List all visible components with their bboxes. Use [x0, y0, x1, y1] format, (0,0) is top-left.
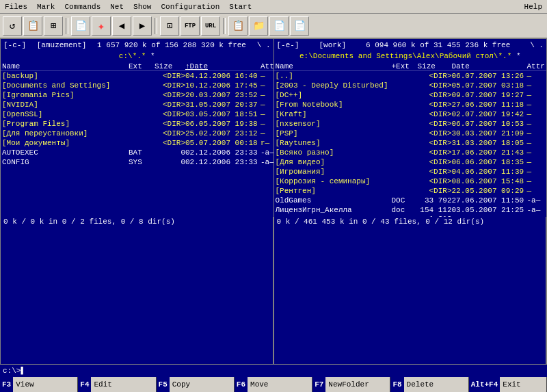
file-date: 09.07.2007 19:27 [452, 91, 527, 99]
fkey-F5[interactable]: F5Copy [157, 377, 235, 392]
file-name: [Program Files] [2, 120, 129, 128]
fkey-num-label: F3 [0, 377, 13, 392]
list-item[interactable]: [OpenSSL]<DIR>03.05.2007 18:51— [1, 109, 274, 119]
list-item[interactable]: [Igromania Pics]<DIR>20.03.2007 23:52— [1, 90, 274, 100]
fkey-F8[interactable]: F8Delete [390, 377, 468, 392]
menu-commands[interactable]: Commands [62, 2, 103, 12]
list-item[interactable]: [..]<DIR>06.07.2007 13:26— [274, 71, 547, 81]
left-work-label: [amuzement] [37, 41, 87, 49]
file-name: [Игромания] [276, 168, 392, 176]
right-file-list[interactable]: [..]<DIR>06.07.2007 13:26—[2003 - Deeply… [274, 71, 547, 217]
toolbar-url[interactable]: URL [201, 16, 220, 36]
list-item[interactable]: [Мои документы]<DIR>05.07.2007 00:18r— [1, 138, 274, 148]
file-ext: doc [392, 206, 418, 214]
file-size: <DIR> [418, 187, 452, 195]
file-date: 05.07.2007 00:18 [185, 139, 261, 147]
file-date: 04.12.2006 16:40 [185, 72, 261, 80]
file-attr: — [261, 110, 274, 118]
fkey-F6[interactable]: F6Move [235, 377, 312, 392]
toolbar-btn-13[interactable]: 📄 [290, 16, 309, 36]
fkey-num-label: F8 [390, 377, 403, 392]
list-item[interactable]: [Игромания]<DIR>04.06.2007 11:39— [274, 167, 547, 177]
left-col-name: Name [2, 62, 129, 70]
menu-start[interactable]: Start [227, 2, 254, 12]
file-date: 02.12.2006 23:33 [185, 158, 261, 166]
file-size: <DIR> [418, 168, 452, 176]
file-size: <DIR> [155, 120, 185, 128]
file-attr: — [527, 168, 547, 176]
fkey-F3[interactable]: F3View [0, 377, 78, 392]
list-item[interactable]: [Raytunes]<DIR>31.03.2007 18:05— [274, 138, 547, 148]
list-item[interactable]: [Для переустановки]<DIR>25.02.2007 23:12… [1, 129, 274, 138]
menu-mark[interactable]: Mark [35, 2, 57, 12]
file-size: <DIR> [418, 81, 452, 90]
fkey-F4[interactable]: F4Edit [78, 377, 156, 392]
list-item[interactable]: CONFIGSYS002.12.2006 23:33-a— [1, 157, 274, 167]
menu-net[interactable]: Net [108, 2, 126, 12]
fkey-num-label: F7 [312, 377, 325, 392]
toolbar-grid2[interactable]: ⊡ [160, 16, 179, 36]
left-file-list[interactable]: [backup]<DIR>04.12.2006 16:40—[Documents… [1, 71, 274, 217]
file-date: 27.06.2007 11:50 [452, 196, 527, 205]
left-root-btn[interactable]: \ . [257, 41, 271, 49]
toolbar-btn-10[interactable]: 📋 [228, 16, 248, 36]
toolbar-btn-4[interactable]: 📄 [71, 16, 90, 36]
left-panel-path[interactable]: c:\*.* * [1, 51, 274, 62]
file-size: <DIR> [155, 91, 185, 99]
list-item[interactable]: [Documents and Settings]<DIR>10.12.2006 … [1, 81, 274, 90]
list-item[interactable]: [Kraft]<DIR>02.07.2007 19:42— [274, 109, 547, 119]
left-col-date: ↑Date [185, 62, 261, 70]
fkey-AltF4[interactable]: Alt+F4Exit [469, 377, 547, 392]
file-date: 27.06.2007 11:18 [452, 101, 527, 109]
toolbar-back[interactable]: ◀ [112, 16, 131, 36]
list-item[interactable]: [Коррозия - семинары]<DIR>08.06.2007 15:… [274, 177, 547, 186]
fkey-action-label: Copy [170, 377, 234, 392]
menu-show[interactable]: Show [131, 2, 153, 12]
file-name: [DC++] [276, 91, 392, 99]
list-item[interactable]: [nxsensor]<DIR>06.07.2007 10:53— [274, 119, 547, 129]
toolbar-forward[interactable]: ▶ [133, 16, 152, 36]
file-attr: — [261, 101, 274, 109]
toolbar-btn-5[interactable]: ✦ [92, 16, 111, 36]
file-size: 154 112 [418, 206, 452, 214]
list-item[interactable]: [2003 - Deeply Disturbed]<DIR>05.07.2007… [274, 81, 547, 90]
right-col-ext: +Ext [392, 62, 418, 70]
list-item[interactable]: [PSP]<DIR>30.03.2007 21:09— [274, 129, 547, 138]
list-item[interactable]: [Program Files]<DIR>06.05.2007 19:38— [1, 119, 274, 129]
file-name: [Igromania Pics] [2, 91, 129, 99]
list-item[interactable]: [DC++]<DIR>09.07.2007 19:27— [274, 90, 547, 100]
menu-files[interactable]: Files [3, 2, 29, 12]
list-item[interactable]: [From Notebook]<DIR>27.06.2007 11:18— [274, 100, 547, 109]
toolbar-btn-12[interactable]: 📄 [269, 16, 289, 36]
list-item[interactable]: OldGamesDOC33 79227.06.2007 11:50-a— [274, 196, 547, 205]
right-root-btn[interactable]: \ . [530, 41, 544, 49]
right-panel-path[interactable]: e:\Documents and Settings\Alex\Рабочий с… [274, 51, 547, 62]
fkey-action-label: Move [248, 377, 312, 392]
list-item[interactable]: [Рентген]<DIR>22.05.2007 09:29— [274, 186, 547, 196]
right-drive-label[interactable]: [-e-] [277, 41, 299, 49]
fkey-F7[interactable]: F7NewFolder [312, 377, 390, 392]
fkey-action-label: Edit [91, 377, 155, 392]
list-item[interactable]: ЛицензИгрн_Акеллаdoc154 11203.05.2007 21… [274, 205, 547, 215]
list-item[interactable]: AUTOEXECBAT002.12.2006 23:33-a— [1, 148, 274, 157]
toolbar-sep-2 [155, 18, 157, 34]
file-date: 10.12.2006 17:45 [185, 81, 261, 90]
toolbar-refresh[interactable]: ↺ [3, 16, 22, 36]
file-name: OldGames [276, 196, 392, 205]
menu-configuration[interactable]: Configuration [159, 2, 222, 12]
list-item[interactable]: [backup]<DIR>04.12.2006 16:40— [1, 71, 274, 81]
toolbar-ftp[interactable]: FTP [181, 16, 200, 36]
command-line[interactable]: c:\> ▌ [0, 365, 547, 377]
file-size: <DIR> [418, 72, 452, 80]
toolbar-grid[interactable]: ⊞ [44, 16, 63, 36]
toolbar-btn-11[interactable]: 📁 [249, 16, 268, 36]
list-item[interactable]: [NVIDIA]<DIR>31.05.2007 20:37— [1, 100, 274, 109]
list-item[interactable]: [Для видео]<DIR>06.06.2007 18:35— [274, 157, 547, 167]
file-attr: -a— [527, 196, 547, 205]
menu-help[interactable]: Help [522, 2, 544, 12]
file-attr: — [261, 120, 274, 128]
list-item[interactable]: [Всяко разно]<DIR>17.06.2007 21:43— [274, 148, 547, 157]
toolbar-copy-btn[interactable]: 📋 [23, 16, 42, 36]
fkey-num-label: F4 [78, 377, 91, 392]
left-drive-label[interactable]: [-c-] [3, 41, 26, 49]
